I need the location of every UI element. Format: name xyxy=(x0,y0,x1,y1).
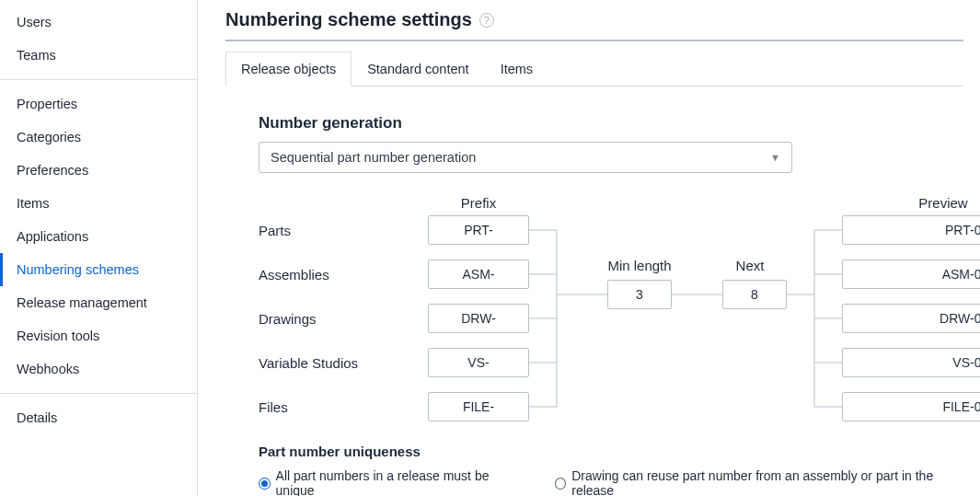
tab-items[interactable]: Items xyxy=(485,52,548,87)
sidebar-separator xyxy=(0,393,197,394)
tabs: Release objects Standard content Items xyxy=(225,51,963,87)
minlen-input[interactable]: 3 xyxy=(607,280,672,309)
sidebar: Users Teams Properties Categories Prefer… xyxy=(0,0,198,496)
page-title-row: Numbering scheme settings ? xyxy=(225,6,963,41)
uniqueness-options: All part numbers in a release must be un… xyxy=(259,468,963,496)
preview-drawings: DRW-008 xyxy=(842,304,980,333)
prefix-input-files[interactable]: FILE- xyxy=(428,392,529,421)
sidebar-item-applications[interactable]: Applications xyxy=(0,220,197,253)
page-title: Numbering scheme settings xyxy=(225,9,472,30)
numbergen-select[interactable]: Sequential part number generation ▼ xyxy=(259,142,792,173)
next-header: Next xyxy=(713,258,787,273)
row-label-assemblies: Assemblies xyxy=(259,267,329,283)
sidebar-item-revision-tools[interactable]: Revision tools xyxy=(0,319,197,352)
numbergen-area: Prefix Min length Next Preview Parts Ass… xyxy=(253,195,963,434)
radio-icon xyxy=(555,478,567,490)
sidebar-item-details[interactable]: Details xyxy=(0,401,197,434)
main-content: Numbering scheme settings ? Release obje… xyxy=(198,0,980,496)
row-label-varstudios: Variable Studios xyxy=(259,355,358,371)
tab-release-objects[interactable]: Release objects xyxy=(225,52,352,87)
preview-assemblies: ASM-008 xyxy=(842,260,980,289)
next-input[interactable]: 8 xyxy=(722,280,787,309)
sidebar-separator xyxy=(0,79,197,80)
sidebar-item-items[interactable]: Items xyxy=(0,187,197,220)
uniqueness-option-unique[interactable]: All part numbers in a release must be un… xyxy=(259,468,522,496)
uniqueness-option-label: Drawing can reuse part number from an as… xyxy=(571,468,963,496)
preview-varstudios: VS-008 xyxy=(842,348,980,377)
row-label-files: Files xyxy=(259,399,288,415)
sidebar-item-teams[interactable]: Teams xyxy=(0,39,197,72)
radio-icon xyxy=(259,478,271,490)
row-label-parts: Parts xyxy=(259,223,291,238)
uniqueness-heading: Part number uniqueness xyxy=(259,444,963,459)
preview-parts: PRT-008 xyxy=(842,215,980,245)
minlen-header: Min length xyxy=(594,258,686,273)
prefix-input-parts[interactable]: PRT- xyxy=(428,215,529,245)
sidebar-item-release-management[interactable]: Release management xyxy=(0,286,197,319)
help-icon[interactable]: ? xyxy=(479,13,494,28)
sidebar-item-categories[interactable]: Categories xyxy=(0,121,197,154)
numbergen-select-value: Sequential part number generation xyxy=(271,150,476,165)
prefix-header: Prefix xyxy=(428,195,529,211)
sidebar-item-webhooks[interactable]: Webhooks xyxy=(0,352,197,386)
preview-header: Preview xyxy=(860,195,980,211)
chevron-down-icon: ▼ xyxy=(770,152,780,163)
sidebar-item-properties[interactable]: Properties xyxy=(0,87,197,121)
sidebar-item-numbering-schemes[interactable]: Numbering schemes xyxy=(0,253,197,286)
sidebar-item-preferences[interactable]: Preferences xyxy=(0,154,197,187)
uniqueness-option-label: All part numbers in a release must be un… xyxy=(276,468,522,496)
uniqueness-option-reuse[interactable]: Drawing can reuse part number from an as… xyxy=(555,468,963,496)
numbergen-heading: Number generation xyxy=(259,114,963,133)
row-label-drawings: Drawings xyxy=(259,311,317,327)
preview-files: FILE-008 xyxy=(842,392,980,421)
sidebar-item-users[interactable]: Users xyxy=(0,6,197,39)
prefix-input-assemblies[interactable]: ASM- xyxy=(428,260,529,289)
prefix-input-varstudios[interactable]: VS- xyxy=(428,348,529,377)
prefix-input-drawings[interactable]: DRW- xyxy=(428,304,529,333)
tab-standard-content[interactable]: Standard content xyxy=(352,52,484,87)
